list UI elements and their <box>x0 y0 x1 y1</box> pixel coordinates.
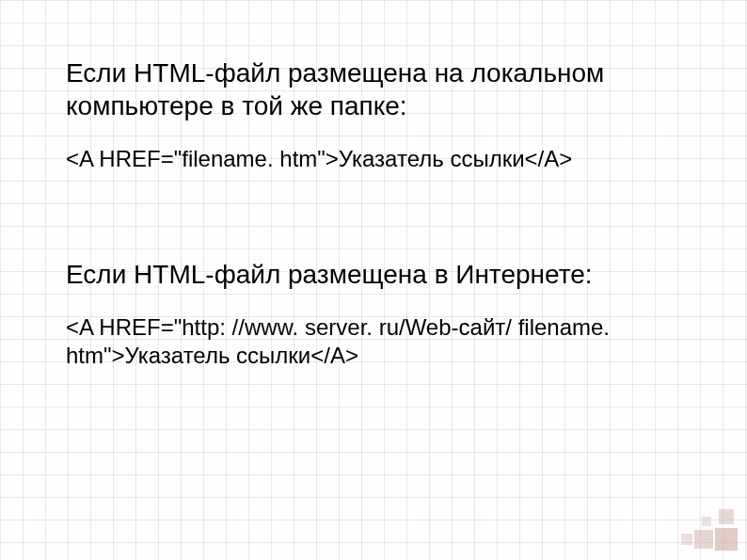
section1-heading: Если HTML-файл размещена на локальном ко… <box>66 56 681 122</box>
section2-heading: Если HTML-файл размещена в Интернете: <box>66 258 681 291</box>
deco-square <box>694 530 713 549</box>
deco-square <box>702 517 711 526</box>
deco-square <box>719 509 734 524</box>
corner-decoration <box>672 485 738 551</box>
slide-content: Если HTML-файл размещена на локальном ко… <box>0 0 747 408</box>
section1-code: <A HREF="filename. htm">Указатель ссылки… <box>66 145 681 173</box>
deco-square <box>715 528 738 551</box>
section2-code: <A HREF="http: //www. server. ru/Web-сай… <box>66 313 681 370</box>
deco-square <box>681 534 692 545</box>
